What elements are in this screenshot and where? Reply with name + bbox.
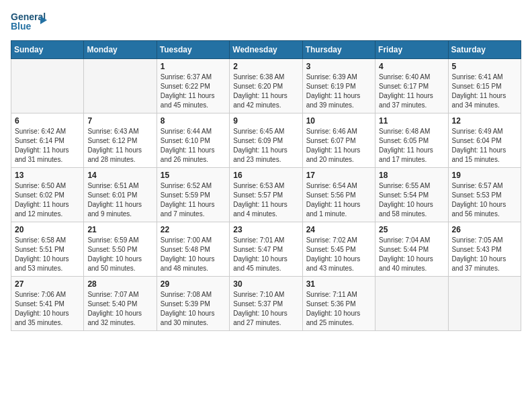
weekday-header-tuesday: Tuesday bbox=[157, 41, 229, 59]
day-detail: Sunrise: 7:00 AM Sunset: 5:48 PM Dayligh… bbox=[161, 236, 226, 273]
day-number: 8 bbox=[161, 116, 226, 126]
calendar-cell: 9Sunrise: 6:45 AM Sunset: 6:09 PM Daylig… bbox=[230, 113, 302, 168]
day-number: 29 bbox=[161, 279, 226, 289]
day-detail: Sunrise: 6:55 AM Sunset: 5:54 PM Dayligh… bbox=[379, 181, 444, 219]
calendar-cell: 21Sunrise: 6:59 AM Sunset: 5:50 PM Dayli… bbox=[84, 222, 157, 277]
day-number: 24 bbox=[306, 225, 371, 234]
calendar-cell: 8Sunrise: 6:44 AM Sunset: 6:10 PM Daylig… bbox=[157, 113, 229, 168]
day-detail: Sunrise: 6:46 AM Sunset: 6:07 PM Dayligh… bbox=[306, 127, 371, 165]
calendar-cell: 26Sunrise: 7:05 AM Sunset: 5:43 PM Dayli… bbox=[448, 222, 521, 277]
calendar-cell bbox=[84, 59, 157, 113]
calendar-cell: 5Sunrise: 6:41 AM Sunset: 6:15 PM Daylig… bbox=[448, 59, 521, 113]
day-detail: Sunrise: 6:38 AM Sunset: 6:20 PM Dayligh… bbox=[233, 73, 298, 110]
day-detail: Sunrise: 6:44 AM Sunset: 6:10 PM Dayligh… bbox=[161, 127, 226, 165]
day-detail: Sunrise: 7:06 AM Sunset: 5:41 PM Dayligh… bbox=[15, 290, 80, 328]
calendar-cell: 1Sunrise: 6:37 AM Sunset: 6:22 PM Daylig… bbox=[157, 59, 229, 113]
week-row-2: 6Sunrise: 6:42 AM Sunset: 6:14 PM Daylig… bbox=[11, 113, 521, 168]
day-number: 16 bbox=[233, 171, 298, 180]
day-detail: Sunrise: 6:43 AM Sunset: 6:12 PM Dayligh… bbox=[87, 127, 152, 165]
calendar-cell: 4Sunrise: 6:40 AM Sunset: 6:17 PM Daylig… bbox=[375, 59, 448, 113]
day-detail: Sunrise: 6:39 AM Sunset: 6:19 PM Dayligh… bbox=[306, 73, 371, 110]
calendar-cell: 27Sunrise: 7:06 AM Sunset: 5:41 PM Dayli… bbox=[11, 277, 84, 331]
day-number: 15 bbox=[161, 171, 226, 180]
calendar-cell bbox=[375, 277, 448, 331]
calendar-cell: 10Sunrise: 6:46 AM Sunset: 6:07 PM Dayli… bbox=[302, 113, 375, 168]
day-number: 2 bbox=[233, 62, 298, 71]
day-number: 18 bbox=[379, 171, 444, 180]
day-number: 27 bbox=[15, 279, 80, 289]
day-detail: Sunrise: 6:37 AM Sunset: 6:22 PM Dayligh… bbox=[161, 73, 226, 110]
day-number: 21 bbox=[87, 225, 152, 234]
day-detail: Sunrise: 6:48 AM Sunset: 6:05 PM Dayligh… bbox=[379, 127, 444, 165]
svg-text:Blue: Blue bbox=[11, 21, 32, 32]
weekday-header-saturday: Saturday bbox=[448, 41, 521, 59]
day-detail: Sunrise: 6:45 AM Sunset: 6:09 PM Dayligh… bbox=[233, 127, 298, 165]
day-number: 13 bbox=[15, 171, 80, 180]
day-number: 26 bbox=[452, 225, 517, 234]
day-detail: Sunrise: 7:02 AM Sunset: 5:45 PM Dayligh… bbox=[306, 236, 371, 273]
day-number: 20 bbox=[15, 225, 80, 234]
day-number: 25 bbox=[379, 225, 444, 234]
day-number: 1 bbox=[161, 62, 226, 71]
day-number: 17 bbox=[306, 171, 371, 180]
weekday-header-wednesday: Wednesday bbox=[230, 41, 302, 59]
calendar-cell: 29Sunrise: 7:08 AM Sunset: 5:39 PM Dayli… bbox=[157, 277, 229, 331]
day-number: 6 bbox=[15, 116, 80, 126]
day-number: 10 bbox=[306, 116, 371, 126]
header: GeneralBlue bbox=[11, 11, 521, 35]
day-number: 5 bbox=[452, 62, 517, 71]
calendar-cell: 20Sunrise: 6:58 AM Sunset: 5:51 PM Dayli… bbox=[11, 222, 84, 277]
calendar-cell: 3Sunrise: 6:39 AM Sunset: 6:19 PM Daylig… bbox=[302, 59, 375, 113]
day-number: 23 bbox=[233, 225, 298, 234]
week-row-5: 27Sunrise: 7:06 AM Sunset: 5:41 PM Dayli… bbox=[11, 277, 521, 331]
calendar-cell: 25Sunrise: 7:04 AM Sunset: 5:44 PM Dayli… bbox=[375, 222, 448, 277]
weekday-header-friday: Friday bbox=[375, 41, 448, 59]
day-number: 14 bbox=[87, 171, 152, 180]
day-detail: Sunrise: 6:41 AM Sunset: 6:15 PM Dayligh… bbox=[452, 73, 517, 110]
day-detail: Sunrise: 7:04 AM Sunset: 5:44 PM Dayligh… bbox=[379, 236, 444, 273]
calendar-cell: 23Sunrise: 7:01 AM Sunset: 5:47 PM Dayli… bbox=[230, 222, 302, 277]
day-number: 3 bbox=[306, 62, 371, 71]
day-number: 19 bbox=[452, 171, 517, 180]
calendar-cell: 31Sunrise: 7:11 AM Sunset: 5:36 PM Dayli… bbox=[302, 277, 375, 331]
day-detail: Sunrise: 6:58 AM Sunset: 5:51 PM Dayligh… bbox=[15, 236, 80, 273]
logo: GeneralBlue bbox=[11, 11, 48, 35]
day-detail: Sunrise: 6:50 AM Sunset: 6:02 PM Dayligh… bbox=[15, 181, 80, 219]
day-number: 4 bbox=[379, 62, 444, 71]
week-row-3: 13Sunrise: 6:50 AM Sunset: 6:02 PM Dayli… bbox=[11, 168, 521, 222]
day-number: 12 bbox=[452, 116, 517, 126]
weekday-header-sunday: Sunday bbox=[11, 41, 84, 59]
day-detail: Sunrise: 6:42 AM Sunset: 6:14 PM Dayligh… bbox=[15, 127, 80, 165]
calendar-cell: 7Sunrise: 6:43 AM Sunset: 6:12 PM Daylig… bbox=[84, 113, 157, 168]
day-number: 28 bbox=[87, 279, 152, 289]
day-detail: Sunrise: 7:08 AM Sunset: 5:39 PM Dayligh… bbox=[161, 290, 226, 328]
calendar-cell: 18Sunrise: 6:55 AM Sunset: 5:54 PM Dayli… bbox=[375, 168, 448, 222]
day-detail: Sunrise: 6:52 AM Sunset: 5:59 PM Dayligh… bbox=[161, 181, 226, 219]
calendar-cell bbox=[11, 59, 84, 113]
calendar-cell: 15Sunrise: 6:52 AM Sunset: 5:59 PM Dayli… bbox=[157, 168, 229, 222]
week-row-4: 20Sunrise: 6:58 AM Sunset: 5:51 PM Dayli… bbox=[11, 222, 521, 277]
day-detail: Sunrise: 6:53 AM Sunset: 5:57 PM Dayligh… bbox=[233, 181, 298, 219]
calendar-cell: 2Sunrise: 6:38 AM Sunset: 6:20 PM Daylig… bbox=[230, 59, 302, 113]
day-detail: Sunrise: 7:01 AM Sunset: 5:47 PM Dayligh… bbox=[233, 236, 298, 273]
calendar-cell: 13Sunrise: 6:50 AM Sunset: 6:02 PM Dayli… bbox=[11, 168, 84, 222]
day-number: 11 bbox=[379, 116, 444, 126]
calendar-cell: 28Sunrise: 7:07 AM Sunset: 5:40 PM Dayli… bbox=[84, 277, 157, 331]
week-row-1: 1Sunrise: 6:37 AM Sunset: 6:22 PM Daylig… bbox=[11, 59, 521, 113]
weekday-header-row: SundayMondayTuesdayWednesdayThursdayFrid… bbox=[11, 41, 521, 59]
calendar-cell: 19Sunrise: 6:57 AM Sunset: 5:53 PM Dayli… bbox=[448, 168, 521, 222]
calendar-cell: 24Sunrise: 7:02 AM Sunset: 5:45 PM Dayli… bbox=[302, 222, 375, 277]
calendar-cell: 17Sunrise: 6:54 AM Sunset: 5:56 PM Dayli… bbox=[302, 168, 375, 222]
day-detail: Sunrise: 7:07 AM Sunset: 5:40 PM Dayligh… bbox=[87, 290, 152, 328]
day-detail: Sunrise: 7:05 AM Sunset: 5:43 PM Dayligh… bbox=[452, 236, 517, 273]
day-number: 31 bbox=[306, 279, 371, 289]
day-detail: Sunrise: 6:40 AM Sunset: 6:17 PM Dayligh… bbox=[379, 73, 444, 110]
calendar-cell: 12Sunrise: 6:49 AM Sunset: 6:04 PM Dayli… bbox=[448, 113, 521, 168]
day-detail: Sunrise: 7:11 AM Sunset: 5:36 PM Dayligh… bbox=[306, 290, 371, 328]
day-number: 22 bbox=[161, 225, 226, 234]
day-detail: Sunrise: 6:57 AM Sunset: 5:53 PM Dayligh… bbox=[452, 181, 517, 219]
weekday-header-thursday: Thursday bbox=[302, 41, 375, 59]
day-number: 9 bbox=[233, 116, 298, 126]
day-detail: Sunrise: 6:54 AM Sunset: 5:56 PM Dayligh… bbox=[306, 181, 371, 219]
day-number: 30 bbox=[233, 279, 298, 289]
